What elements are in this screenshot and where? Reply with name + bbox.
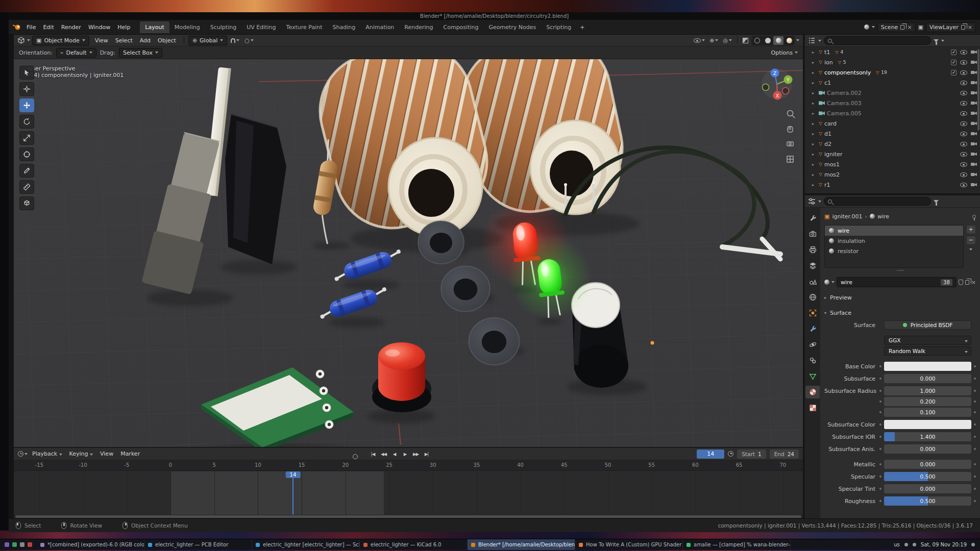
tab-animation[interactable]: Animation xyxy=(360,21,399,33)
decorator-dot[interactable] xyxy=(879,448,881,450)
number-field[interactable]: 0.100 xyxy=(884,408,971,417)
frame-start-field[interactable]: Start 1 xyxy=(737,449,766,459)
close-icon[interactable]: × xyxy=(968,24,972,31)
object-name[interactable]: d2 xyxy=(824,141,831,147)
disable-render-icon[interactable] xyxy=(971,101,977,105)
dropdown-field[interactable]: GGX xyxy=(884,336,971,345)
hide-viewport-icon[interactable] xyxy=(960,121,967,126)
disable-render-icon[interactable] xyxy=(971,172,977,177)
menu-render[interactable]: Render xyxy=(58,22,85,32)
tray-icon[interactable] xyxy=(904,543,908,546)
overlays-toggle[interactable]: ◎ xyxy=(721,36,733,45)
expand-icon[interactable]: ▸ xyxy=(812,60,817,65)
property-tab-modifiers[interactable] xyxy=(805,322,820,335)
tool-select-box[interactable] xyxy=(19,66,34,80)
disable-render-icon[interactable] xyxy=(971,111,977,115)
view-layer-selector[interactable]: ViewLayer × xyxy=(926,22,976,32)
tab-scripting[interactable]: Scripting xyxy=(541,21,576,33)
dropdown-field[interactable]: Random Walk xyxy=(884,346,971,356)
decorator-dot[interactable] xyxy=(879,411,881,413)
expand-icon[interactable]: ▸ xyxy=(812,121,817,126)
object-name[interactable]: c1 xyxy=(824,80,831,86)
material-name-field[interactable]: wire 38 xyxy=(837,277,957,287)
outliner-scrollbar[interactable] xyxy=(977,49,979,131)
tab-geometry-nodes[interactable]: Geometry Nodes xyxy=(483,21,541,33)
menu-file[interactable]: File xyxy=(23,22,39,32)
auto-keying-icon[interactable] xyxy=(353,454,358,459)
play-reverse-button[interactable]: ◀ xyxy=(389,449,399,459)
hide-viewport-icon[interactable] xyxy=(960,81,967,85)
expand-icon[interactable]: ▸ xyxy=(812,81,817,85)
property-tab-object[interactable] xyxy=(805,307,820,319)
disable-render-icon[interactable] xyxy=(971,183,977,187)
decorator-dot[interactable] xyxy=(974,463,976,465)
timeline-menu-keying[interactable]: Keying xyxy=(66,449,96,459)
property-tab-view-layer[interactable] xyxy=(805,259,820,272)
viewport-menu-select[interactable]: Select xyxy=(112,36,136,45)
remove-slot-button[interactable]: − xyxy=(966,236,976,245)
disable-render-icon[interactable] xyxy=(971,60,977,64)
decorator-dot[interactable] xyxy=(879,475,881,478)
tab-texture-paint[interactable]: Texture Paint xyxy=(281,21,328,33)
slider-field[interactable]: 0.500 xyxy=(884,496,971,506)
object-name[interactable]: r1 xyxy=(824,182,830,188)
object-name[interactable]: Camera.003 xyxy=(827,100,862,107)
scene-browse-icon[interactable] xyxy=(864,24,869,30)
grommet-mesh-3[interactable] xyxy=(469,318,520,365)
hide-viewport-icon[interactable] xyxy=(960,183,967,187)
tool-move[interactable] xyxy=(19,98,34,112)
timeline-tracks[interactable]: 14 xyxy=(14,471,803,515)
hide-viewport-icon[interactable] xyxy=(960,142,967,146)
chevron-down-icon[interactable] xyxy=(24,453,28,455)
menu-help[interactable]: Help xyxy=(114,22,134,32)
pin-icon[interactable] xyxy=(972,215,976,218)
chevron-down-icon[interactable] xyxy=(818,40,821,42)
tool-add-cube[interactable] xyxy=(19,196,34,210)
breadcrumb-object[interactable]: igniter.001 xyxy=(832,213,862,220)
hide-viewport-icon[interactable] xyxy=(960,91,967,95)
hide-viewport-icon[interactable] xyxy=(960,60,967,65)
object-name[interactable]: componentsonly xyxy=(824,69,871,76)
decorator-dot[interactable] xyxy=(974,390,976,392)
outliner-editor-icon[interactable] xyxy=(808,37,816,44)
tab-shading[interactable]: Shading xyxy=(328,21,361,33)
close-icon[interactable]: × xyxy=(907,24,912,31)
taskbar-window-button[interactable]: amalie — [clamped] % wana-blender-clouds… xyxy=(683,539,791,550)
snap-toggle[interactable] xyxy=(229,36,241,45)
properties-search-input[interactable] xyxy=(824,197,931,206)
outliner-row[interactable]: ▸▽d2 xyxy=(805,139,980,149)
chevron-down-icon[interactable] xyxy=(941,40,944,42)
outliner-row[interactable]: ▸Camera.005 xyxy=(805,108,980,118)
decorator-dot[interactable] xyxy=(879,500,881,502)
copy-icon[interactable] xyxy=(900,25,904,30)
taskbar-window-button[interactable]: electric_lighter [electric_lighter] — Sc… xyxy=(252,539,360,550)
tab-compositing[interactable]: Compositing xyxy=(438,21,484,33)
timeline-ruler[interactable]: -15-10-50510152025303540455055606570 xyxy=(14,460,803,471)
tray-icon[interactable] xyxy=(913,543,916,546)
add-workspace-button[interactable]: + xyxy=(576,21,588,33)
expand-icon[interactable]: ▸ xyxy=(812,152,817,157)
expand-icon[interactable]: ▸ xyxy=(812,142,817,146)
scrollbar-thumb[interactable] xyxy=(15,515,801,518)
preview-panel-header[interactable]: ▸ Preview xyxy=(824,292,976,303)
add-slot-button[interactable]: + xyxy=(966,225,976,234)
property-tab-physics[interactable] xyxy=(805,338,820,351)
orientation-selector[interactable]: ⌁ Default xyxy=(56,48,96,58)
property-tab-scene[interactable] xyxy=(805,275,820,288)
launcher-icon[interactable] xyxy=(12,542,17,547)
axis-ball-negative[interactable] xyxy=(763,84,769,91)
blender-logo-icon[interactable] xyxy=(13,23,21,31)
disable-render-icon[interactable] xyxy=(971,50,977,54)
color-swatch[interactable] xyxy=(884,420,971,429)
expand-icon[interactable]: ▸ xyxy=(812,183,817,187)
expand-icon[interactable]: ▸ xyxy=(812,50,817,55)
decorator-dot[interactable] xyxy=(974,500,976,502)
users-count-badge[interactable]: 38 xyxy=(941,279,952,286)
viewport-menu-object[interactable]: Object xyxy=(154,36,180,45)
play-button[interactable]: ▶ xyxy=(400,449,410,459)
disable-render-icon[interactable] xyxy=(971,162,977,166)
tab-modeling[interactable]: Modeling xyxy=(169,21,205,33)
tool-scale[interactable] xyxy=(19,131,34,145)
slot-specials-icon[interactable] xyxy=(969,248,972,251)
taskbar-window-button[interactable]: How To Write A (Custom) GPU Shader With … xyxy=(575,539,683,550)
